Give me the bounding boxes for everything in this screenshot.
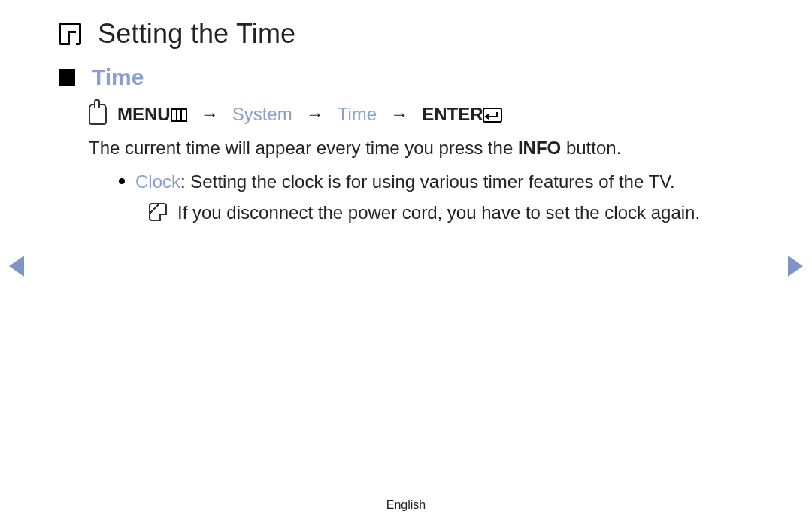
bullet-clock: Clock: Setting the clock is for using va… bbox=[119, 169, 753, 195]
square-bullet-icon bbox=[59, 69, 75, 86]
crumb-time: Time bbox=[338, 104, 377, 125]
bullet-text: : Setting the clock is for using various… bbox=[180, 171, 675, 192]
arrow-3: → bbox=[387, 104, 411, 125]
manual-page: Setting the Time Time MENU → System → Ti… bbox=[0, 0, 812, 530]
note-icon bbox=[149, 203, 167, 221]
arrow-2: → bbox=[303, 104, 327, 125]
body-line-1-post: button. bbox=[561, 138, 621, 158]
bullet-icon bbox=[119, 178, 125, 184]
menu-path: MENU → System → Time → ENTER bbox=[89, 104, 753, 125]
body-line-1-pre: The current time will appear every time … bbox=[89, 138, 518, 158]
hand-icon bbox=[89, 104, 107, 125]
crumb-system: System bbox=[232, 104, 292, 125]
menu-button-icon bbox=[171, 108, 187, 122]
footer-language: English bbox=[0, 498, 812, 512]
menu-text: MENU bbox=[117, 104, 171, 124]
menu-label: MENU bbox=[117, 104, 187, 125]
bullet-label: Clock bbox=[135, 171, 180, 192]
bullet-content: Clock: Setting the clock is for using va… bbox=[135, 169, 675, 195]
page-title: Setting the Time bbox=[98, 18, 295, 50]
title-row: Setting the Time bbox=[59, 18, 753, 50]
bookmark-icon bbox=[59, 23, 81, 45]
body-line-1: The current time will appear every time … bbox=[89, 135, 753, 162]
prev-page-button[interactable] bbox=[9, 256, 24, 277]
section-row: Time bbox=[59, 65, 753, 90]
section-heading: Time bbox=[92, 65, 144, 90]
arrow-1: → bbox=[198, 104, 222, 125]
note-line: If you disconnect the power cord, you ha… bbox=[149, 200, 753, 226]
enter-label-wrap: ENTER bbox=[422, 104, 502, 125]
next-page-button[interactable] bbox=[788, 256, 803, 277]
enter-button-icon bbox=[483, 108, 502, 123]
note-text: If you disconnect the power cord, you ha… bbox=[177, 200, 700, 226]
enter-text: ENTER bbox=[422, 104, 483, 124]
body-line-1-bold: INFO bbox=[518, 138, 561, 158]
